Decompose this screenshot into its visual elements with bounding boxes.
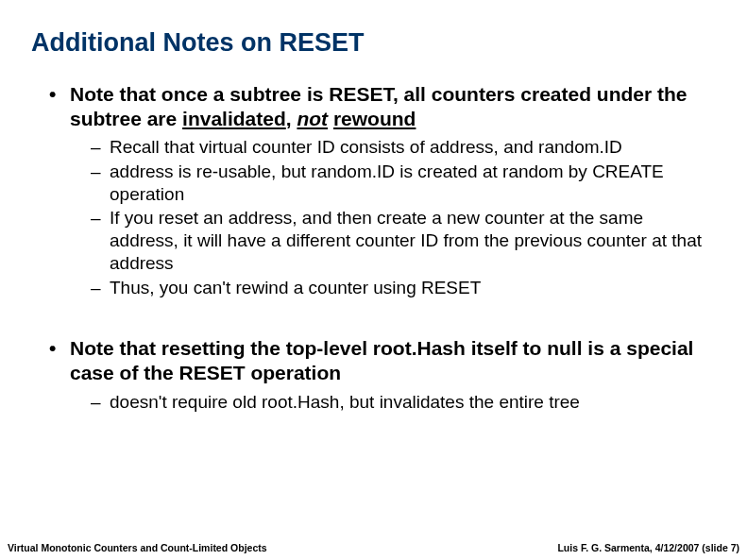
bullet-list: Note that once a subtree is RESET, all c… — [28, 82, 719, 298]
footer-left: Virtual Monotonic Counters and Count-Lim… — [8, 542, 267, 553]
footer: Virtual Monotonic Counters and Count-Lim… — [8, 542, 739, 553]
bullet-2-text: Note that resetting the top-level root.H… — [70, 337, 693, 383]
bullet-1-underline-1: invalidated — [182, 108, 286, 129]
sub-bullet: Thus, you can't rewind a counter using R… — [91, 277, 709, 299]
slide: Additional Notes on RESET Note that once… — [0, 0, 747, 560]
bullet-1-underline-2: rewound — [333, 108, 416, 129]
bullet-2-subs: doesn't require old root.Hash, but inval… — [70, 391, 709, 414]
slide-title: Additional Notes on RESET — [31, 28, 719, 58]
bullet-1-italic-underline: not — [297, 108, 328, 129]
sub-bullet: Recall that virtual counter ID consists … — [91, 136, 709, 159]
bullet-1: Note that once a subtree is RESET, all c… — [49, 82, 709, 298]
bullet-2: Note that resetting the top-level root.H… — [49, 336, 709, 413]
sub-bullet: doesn't require old root.Hash, but inval… — [91, 391, 709, 414]
bullet-1-subs: Recall that virtual counter ID consists … — [70, 136, 709, 298]
bullet-1-mid: , — [286, 108, 297, 129]
sub-bullet: address is re-usable, but random.ID is c… — [91, 161, 709, 206]
spacer — [28, 304, 719, 336]
sub-bullet: If you reset an address, and then create… — [91, 207, 709, 274]
bullet-list-2: Note that resetting the top-level root.H… — [28, 336, 719, 413]
footer-right: Luis F. G. Sarmenta, 4/12/2007 (slide 7) — [557, 542, 739, 553]
